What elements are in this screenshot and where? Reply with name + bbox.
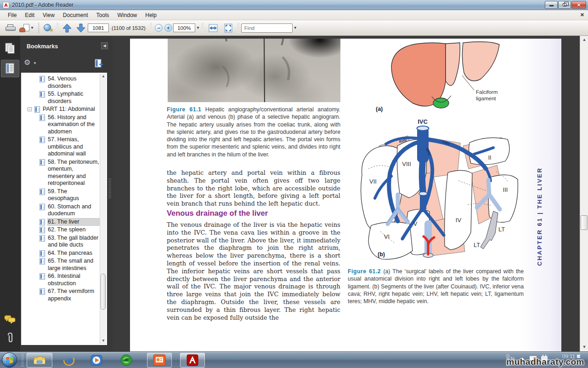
start-button[interactable] [2, 352, 17, 368]
bookmark-icon [40, 159, 45, 166]
share-button[interactable]: ▼ [17, 22, 36, 34]
taskbar-windows-explorer[interactable] [27, 353, 52, 368]
comments-icon[interactable] [3, 313, 17, 327]
bookmark-label[interactable]: 62. The spleen [48, 226, 100, 234]
menu-document[interactable]: Document [59, 11, 92, 20]
bookmark-item[interactable]: 60. Stomach and duodenum [24, 203, 100, 218]
bookmark-item[interactable]: 67. The vermiform appendix [24, 288, 100, 302]
bookmark-item[interactable]: −PART 11: Abdominal [24, 106, 100, 113]
taskbar-internet-explorer[interactable]: e [59, 353, 79, 368]
bookmarks-scrollbar[interactable]: ▲ ▼ [100, 74, 106, 344]
figure-b-label: (b) [378, 251, 385, 258]
doc-scroll-up-icon[interactable]: ▲ [580, 36, 588, 44]
bookmark-label[interactable]: 57. Hernias, umbilicus and abdominal wal… [48, 136, 100, 158]
up-arrow-icon [62, 23, 72, 33]
bookmark-item[interactable]: 58. The peritoneum, omentum, mesentery a… [24, 159, 100, 187]
print-button[interactable] [4, 22, 17, 34]
bookmark-label[interactable]: 54. Venous disorders [48, 75, 100, 90]
document-scrollbar-thumb[interactable] [581, 215, 588, 230]
bookmarks-scrollbar-thumb[interactable] [101, 274, 106, 310]
bookmark-item[interactable]: 54. Venous disorders [24, 75, 100, 90]
bookmark-label[interactable]: 66. Intestinal obstruction [48, 273, 100, 287]
menu-view[interactable]: View [39, 11, 59, 20]
bookmark-item[interactable]: 62. The spleen [24, 226, 100, 234]
bookmark-label[interactable]: 61. The liver [48, 218, 100, 226]
bookmark-label[interactable]: 65. The small and large intestines [48, 258, 100, 272]
bookmark-item[interactable]: 61. The liver [24, 218, 100, 226]
bookmarks-panel-title: Bookmarks [27, 43, 58, 50]
taskbar-adobe-reader[interactable] [180, 353, 205, 368]
minimize-button[interactable] [545, 1, 558, 9]
falciform-label-line2: ligament [476, 96, 496, 101]
taskbar-powerpoint[interactable] [147, 353, 172, 368]
powerpoint-icon [153, 354, 166, 366]
fit-width-icon [209, 24, 218, 32]
internet-explorer-icon: e [62, 354, 75, 367]
options-caret-icon[interactable]: ▼ [33, 61, 37, 65]
previous-page-button[interactable] [60, 22, 74, 34]
menu-tools[interactable]: Tools [92, 11, 113, 20]
document-scrollbar[interactable]: ▲ ▼ [580, 36, 588, 351]
bookmark-icon [40, 258, 45, 264]
menu-window[interactable]: Window [113, 11, 141, 20]
label-segment-ii: II [488, 154, 491, 161]
bookmark-item[interactable]: 63. The gall bladder and bile ducts [24, 235, 100, 249]
zoom-in-button[interactable]: + [164, 24, 172, 32]
fit-page-button[interactable] [222, 22, 234, 34]
restore-button[interactable] [558, 1, 571, 9]
body-paragraph-1: the hepatic artery and portal vein withi… [167, 169, 340, 208]
options-gear-icon[interactable]: ⚙ [24, 58, 30, 67]
scroll-down-icon[interactable]: ▼ [100, 338, 107, 344]
bookmarks-panel-icon[interactable] [1, 60, 19, 77]
goto-bookmark-icon[interactable] [94, 58, 104, 70]
bookmark-label[interactable]: 58. The peritoneum, omentum, mesentery a… [48, 159, 100, 187]
bookmark-item[interactable]: 59. The oesophagus [24, 188, 100, 202]
bookmark-label[interactable]: 63. The gall bladder and bile ducts [48, 235, 100, 249]
bookmark-item[interactable]: 64. The pancreas [24, 250, 100, 257]
menu-file[interactable]: File [4, 11, 21, 20]
close-button[interactable]: × [571, 1, 586, 9]
collapse-minus-icon[interactable]: − [28, 107, 32, 111]
close-document-icon[interactable]: ✕ [580, 12, 584, 18]
bookmark-label[interactable]: 55. Lymphatic disorders [48, 91, 100, 105]
bookmark-label[interactable]: PART 11: Abdominal [43, 106, 100, 113]
bookmark-label[interactable]: 67. The vermiform appendix [48, 288, 100, 302]
doc-scroll-down-icon[interactable]: ▼ [580, 344, 588, 351]
fit-width-button[interactable] [207, 22, 220, 34]
bookmark-label[interactable]: 60. Stomach and duodenum [48, 203, 100, 218]
scroll-up-icon[interactable]: ▲ [100, 74, 107, 80]
find-input[interactable] [241, 23, 293, 33]
bookmark-item[interactable]: 66. Intestinal obstruction [24, 273, 100, 287]
taskbar-media-player[interactable] [86, 353, 107, 368]
label-lt-1: LT [498, 226, 505, 233]
bookmark-item[interactable]: 65. The small and large intestines [24, 258, 100, 272]
collapse-panel-button[interactable]: ◀ [101, 42, 108, 49]
panel-resize-grip[interactable] [108, 178, 111, 199]
menubar: File Edit View Document Tools Window Hel… [0, 10, 588, 20]
bookmark-icon [40, 189, 45, 195]
zoom-out-button[interactable]: − [155, 24, 163, 32]
bookmark-item[interactable]: 55. Lymphatic disorders [24, 91, 100, 105]
taskbar-download-manager[interactable] [116, 353, 137, 368]
next-page-button[interactable] [74, 22, 88, 34]
adobe-reader-app-icon [3, 2, 9, 8]
page-number-input[interactable] [88, 23, 109, 32]
share-dropdown-caret[interactable]: ▼ [30, 26, 34, 30]
menu-help[interactable]: Help [141, 11, 161, 20]
bookmark-label[interactable]: 56. History and examination of the abdom… [48, 114, 100, 136]
bookmark-label[interactable]: 59. The oesophagus [48, 188, 100, 202]
bookmark-icon [40, 115, 45, 121]
zoom-level-value[interactable]: 100% [173, 23, 195, 32]
menu-edit[interactable]: Edit [21, 11, 39, 20]
page-thumbnails-icon[interactable] [3, 41, 17, 55]
toolbar: ▼ ★ (1100 of 1532) − + 100% ▼ [0, 20, 588, 36]
zoom-dropdown-caret[interactable]: ▼ [196, 26, 200, 30]
bookmark-item[interactable]: 57. Hernias, umbilicus and abdominal wal… [24, 136, 100, 158]
bookmark-label[interactable]: 64. The pancreas [48, 250, 100, 257]
label-segment-v: V [413, 220, 418, 227]
acrobat-upload-button[interactable]: ★ [42, 22, 55, 34]
find-dropdown-caret[interactable]: ▼ [294, 26, 297, 30]
attachments-icon[interactable] [3, 331, 17, 345]
figure-61-1-title: Figure 61.1 [167, 106, 201, 113]
bookmark-item[interactable]: 56. History and examination of the abdom… [24, 114, 100, 136]
